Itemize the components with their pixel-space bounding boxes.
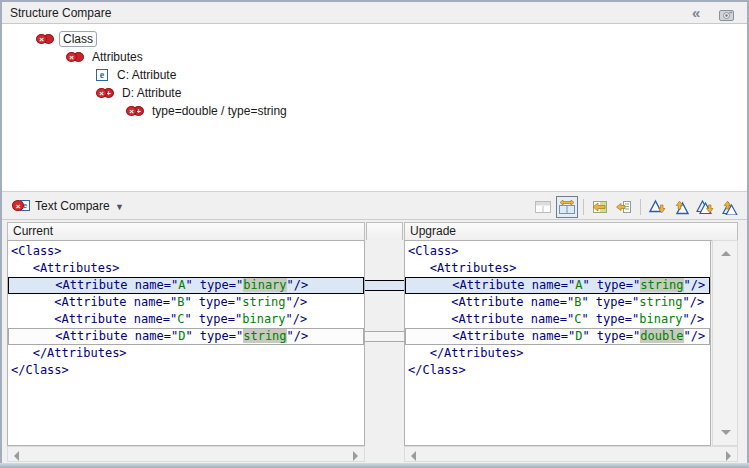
scroll-right-arrow-icon[interactable] <box>353 451 358 461</box>
tree-item-label: C: Attribute <box>114 68 179 82</box>
code-line[interactable]: <Attribute name="D" type="double"/> <box>405 328 710 345</box>
camera-icon[interactable] <box>719 7 734 25</box>
next-difference-icon[interactable] <box>646 196 668 218</box>
previous-difference-icon[interactable] <box>670 196 692 218</box>
code-token: <Class> <box>11 244 62 258</box>
tree-item-label: type=double / type=string <box>149 104 290 118</box>
code-token: <Attribute name=" <box>11 312 177 326</box>
diff-connector-gutter <box>365 240 404 446</box>
toolbar-separator <box>640 199 641 215</box>
code-token: " type=" <box>185 329 243 343</box>
scroll-left-arrow-icon[interactable] <box>14 451 19 461</box>
code-token: <Attribute name=" <box>12 278 178 292</box>
code-token: </Class> <box>408 363 466 377</box>
previous-change-icon[interactable] <box>718 196 740 218</box>
code-token: " type=" <box>184 312 242 326</box>
code-line[interactable]: <Attributes> <box>8 260 364 277</box>
code-line[interactable]: </Attributes> <box>8 345 364 362</box>
code-token: string <box>640 278 683 292</box>
code-token: binary <box>639 312 682 326</box>
viewer-menu-caret-icon[interactable]: ▼ <box>115 193 124 222</box>
code-token: "/> <box>286 312 308 326</box>
scroll-up-arrow-icon[interactable] <box>721 251 731 256</box>
left-horizontal-scrollbar[interactable] <box>7 446 365 462</box>
code-token: <Attribute name=" <box>11 295 177 309</box>
code-line[interactable]: <Attribute name="C" type="binary"/> <box>405 311 710 328</box>
code-line[interactable]: <Class> <box>405 243 710 260</box>
change-icon: × <box>66 51 84 64</box>
code-token: <Attribute name=" <box>408 312 574 326</box>
code-line[interactable]: <Attribute name="D" type="string"/> <box>8 328 364 345</box>
code-line[interactable]: <Attribute name="B" type="string"/> <box>8 294 364 311</box>
right-vertical-scrollbar[interactable] <box>712 240 738 446</box>
code-token: "/> <box>684 329 706 343</box>
text-compare-header: e× Text Compare ▼ <box>2 191 747 220</box>
code-token: double <box>640 329 683 343</box>
right-horizontal-scrollbar[interactable] <box>404 446 738 462</box>
code-token: <Attribute name=" <box>409 329 575 343</box>
scroll-down-arrow-icon[interactable] <box>721 430 731 435</box>
code-line[interactable]: <Attribute name="A" type="binary"/> <box>8 277 364 294</box>
code-line[interactable]: </Class> <box>405 362 710 379</box>
code-line[interactable]: <Attributes> <box>405 260 710 277</box>
code-token: <Attribute name=" <box>408 295 574 309</box>
code-token: "/> <box>684 278 706 292</box>
change-add-icon: +× <box>126 105 144 118</box>
code-token: </Attributes> <box>408 346 524 360</box>
code-token: binary <box>242 312 285 326</box>
code-token: string <box>639 295 682 309</box>
window-bottom-border <box>0 463 749 468</box>
scroll-right-arrow-icon[interactable] <box>726 451 731 461</box>
code-token: <Attribute name=" <box>12 329 178 343</box>
copy-current-right-to-left-icon[interactable] <box>613 196 635 218</box>
code-line[interactable]: </Attributes> <box>405 345 710 362</box>
text-compare-title: Text Compare <box>35 192 110 221</box>
code-token: "/> <box>286 295 308 309</box>
code-token: "/> <box>683 312 705 326</box>
code-token: " type=" <box>184 295 242 309</box>
right-pane-header: Upgrade <box>404 222 738 241</box>
code-token: " type=" <box>581 295 639 309</box>
code-token: </Class> <box>11 363 69 377</box>
code-token: <Attribute name=" <box>409 278 575 292</box>
synchronize-scrolling-icon[interactable] <box>556 196 578 218</box>
other-diff-connector <box>365 331 404 342</box>
tree-item[interactable]: +×D: Attribute <box>2 84 747 102</box>
code-token: "/> <box>287 278 309 292</box>
code-line[interactable]: <Attribute name="A" type="string"/> <box>405 277 710 294</box>
code-token: string <box>243 329 286 343</box>
code-line[interactable]: <Attribute name="B" type="string"/> <box>405 294 710 311</box>
structure-compare-header: Structure Compare « <box>2 2 747 24</box>
tree-item-label: Class <box>59 31 97 47</box>
code-token: "/> <box>683 295 705 309</box>
tree-item[interactable]: ×Attributes <box>2 48 747 66</box>
structure-compare-tree: ×Class×AttributeseC: Attribute+×D: Attri… <box>2 24 747 191</box>
code-token: " type=" <box>581 312 639 326</box>
code-line[interactable]: <Attribute name="C" type="binary"/> <box>8 311 364 328</box>
next-change-icon[interactable] <box>694 196 716 218</box>
code-token: " type=" <box>582 329 640 343</box>
tree-item[interactable]: ×Class <box>2 30 747 48</box>
selected-diff-connector <box>365 280 404 291</box>
tree-item-label: Attributes <box>89 50 146 64</box>
code-token: </Attributes> <box>11 346 127 360</box>
tree-item[interactable]: eC: Attribute <box>2 66 747 84</box>
gutter-header-cell <box>366 222 403 241</box>
eattribute-icon: e <box>96 69 109 82</box>
left-code-pane[interactable]: <Class> <Attributes> <Attribute name="A"… <box>7 240 365 446</box>
code-token: <Class> <box>408 244 459 258</box>
left-pane-header: Current <box>7 222 365 241</box>
right-code-pane[interactable]: <Class> <Attributes> <Attribute name="A"… <box>404 240 711 446</box>
code-token: binary <box>243 278 286 292</box>
scroll-left-arrow-icon[interactable] <box>411 451 416 461</box>
change-icon: × <box>36 33 54 46</box>
code-token: <Attributes> <box>11 261 119 275</box>
tree-item[interactable]: +×type=double / type=string <box>2 102 747 120</box>
text-compare-toolbar <box>532 195 740 218</box>
compare-editor-window: Structure Compare « ×Class×AttributeseC:… <box>0 0 749 468</box>
change-add-icon: +× <box>96 87 114 100</box>
copy-all-right-to-left-icon[interactable] <box>589 196 611 218</box>
code-line[interactable]: <Class> <box>8 243 364 260</box>
code-line[interactable]: </Class> <box>8 362 364 379</box>
collapse-chevrons-icon[interactable]: « <box>692 2 700 23</box>
